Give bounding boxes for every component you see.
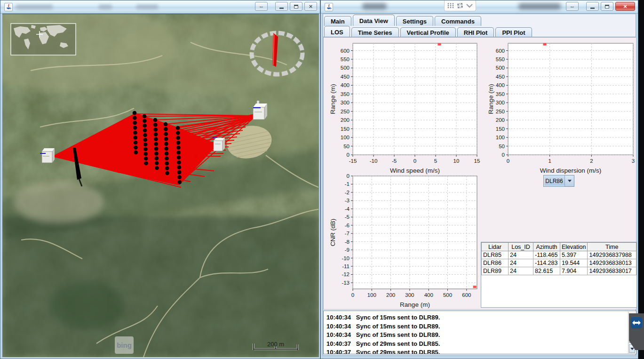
svg-text:600: 600 xyxy=(341,48,350,54)
close-button[interactable]: × xyxy=(615,2,635,11)
tab-settings[interactable]: Settings xyxy=(396,16,433,26)
svg-text:0: 0 xyxy=(502,152,505,158)
svg-text:-10: -10 xyxy=(370,158,378,164)
dropdown-arrow-button[interactable] xyxy=(564,176,574,186)
dataview-subtab-bar: LOS Time Series Vertical Profile RHI Plo… xyxy=(324,26,533,37)
svg-text:CNR (dB): CNR (dB) xyxy=(329,219,336,247)
svg-text:550: 550 xyxy=(496,56,505,62)
svg-text:100: 100 xyxy=(341,135,350,140)
table-row[interactable]: DLR8524-118.4655.3971492936837988 xyxy=(482,251,636,259)
app-window-titlebar[interactable]: ⇔ × xyxy=(321,0,638,14)
svg-text:0: 0 xyxy=(347,152,350,158)
svg-text:-11: -11 xyxy=(342,263,350,269)
svg-text:450: 450 xyxy=(341,74,350,80)
tab-rhi-plot[interactable]: RHI Plot xyxy=(457,27,494,37)
table-cell: DLR85 xyxy=(482,251,509,259)
svg-text:250: 250 xyxy=(496,109,505,114)
column-header[interactable]: Los_ID xyxy=(509,243,533,251)
svg-text:0: 0 xyxy=(351,292,354,298)
svg-text:-3: -3 xyxy=(345,198,350,203)
tab-time-series[interactable]: Time Series xyxy=(351,27,399,37)
resize-button[interactable]: ⇔ xyxy=(566,2,579,11)
svg-text:1: 1 xyxy=(548,158,551,164)
main-tab-bar: Main Data View Settings Commands xyxy=(324,15,483,26)
window-title-blurred xyxy=(362,3,387,9)
svg-text:2: 2 xyxy=(590,158,593,164)
arrow-down-icon xyxy=(630,348,634,350)
svg-text:-5: -5 xyxy=(392,158,397,164)
table-row[interactable]: DLR8624-114.28319.5441492936838013 xyxy=(482,259,636,267)
svg-text:0: 0 xyxy=(507,158,509,164)
svg-text:50: 50 xyxy=(343,144,350,149)
svg-text:300: 300 xyxy=(496,100,505,105)
close-button[interactable]: × xyxy=(304,2,317,11)
log-line: 10:40:34 Sync of 15ms sent to DLR89. xyxy=(324,322,636,331)
svg-text:-13: -13 xyxy=(342,280,350,286)
table-cell: 82.615 xyxy=(533,267,560,275)
column-header[interactable]: Lidar xyxy=(482,243,509,251)
table-cell: 1492936838017 xyxy=(588,267,636,275)
chevron-down-icon xyxy=(467,4,472,7)
table-cell: 7.904 xyxy=(560,267,588,275)
screen-share-toolbar[interactable] xyxy=(444,0,476,11)
svg-text:-2: -2 xyxy=(345,190,350,195)
tab-data-view[interactable]: Data View xyxy=(353,15,395,26)
resize-button[interactable]: ⇔ xyxy=(255,2,268,11)
svg-text:600: 600 xyxy=(462,292,471,298)
maximize-button[interactable] xyxy=(290,2,302,11)
lidar-status-table[interactable]: LidarLos_IDAzimuthElevationTime DLR8524-… xyxy=(481,242,636,275)
sync-log-panel: 10:40:34 Sync of 15ms sent to DLR89.10:4… xyxy=(323,311,636,354)
los-panel: -15-10-505101505010015020025030035040045… xyxy=(323,37,636,310)
map-window-titlebar[interactable]: ⇔ × xyxy=(0,0,320,14)
column-header[interactable]: Azimuth xyxy=(533,243,560,251)
svg-text:-10: -10 xyxy=(342,255,350,261)
svg-text:250: 250 xyxy=(341,109,350,114)
table-cell: 24 xyxy=(509,251,533,259)
scale-label: 200 m xyxy=(267,341,284,348)
svg-text:300: 300 xyxy=(341,100,350,105)
svg-text:0: 0 xyxy=(413,158,416,164)
satellite-map-view[interactable]: 200 m bing xyxy=(2,14,319,357)
svg-text:150: 150 xyxy=(496,126,505,132)
log-lines: 10:40:34 Sync of 15ms sent to DLR89.10:4… xyxy=(324,311,636,354)
lidar-select-dropdown[interactable]: DLR86 xyxy=(543,175,574,187)
tab-vertical-profile[interactable]: Vertical Profile xyxy=(400,27,456,37)
grid-icon xyxy=(448,3,454,8)
column-header[interactable]: Elevation xyxy=(560,243,588,251)
svg-text:Range (m): Range (m) xyxy=(487,84,494,114)
svg-text:3: 3 xyxy=(632,158,635,164)
wind-dispersion-chart: 0123050100150200250300350400450500550600… xyxy=(486,40,638,177)
table-row[interactable]: DLR892482.6157.9041492936838017 xyxy=(482,267,636,275)
svg-text:-4: -4 xyxy=(345,206,350,212)
minimize-button[interactable] xyxy=(586,2,599,11)
log-line: 10:40:37 Sync of 29ms sent to DLR85. xyxy=(324,348,636,354)
minimize-button[interactable] xyxy=(275,2,288,11)
tab-main[interactable]: Main xyxy=(324,16,351,26)
tab-ppi-plot[interactable]: PPI Plot xyxy=(495,27,532,37)
svg-text:200: 200 xyxy=(496,117,505,123)
tab-los[interactable]: LOS xyxy=(324,26,350,37)
svg-text:400: 400 xyxy=(424,292,433,298)
svg-text:-8: -8 xyxy=(345,239,350,245)
control-app-window: ⇔ × Main Data View Settings Commands LOS… xyxy=(320,0,638,359)
svg-text:5: 5 xyxy=(434,158,437,164)
expand-icon xyxy=(458,3,462,8)
svg-text:-9: -9 xyxy=(345,247,350,253)
table-cell: 19.544 xyxy=(560,259,588,267)
svg-text:600: 600 xyxy=(496,48,505,54)
terrain xyxy=(2,14,319,357)
svg-text:-5: -5 xyxy=(345,214,350,220)
svg-text:550: 550 xyxy=(341,56,350,62)
window-title-blurred xyxy=(136,5,159,9)
world-map-inset[interactable] xyxy=(11,24,76,55)
maximize-button[interactable] xyxy=(601,2,613,11)
svg-text:0: 0 xyxy=(347,173,350,179)
table-cell: 24 xyxy=(509,267,533,275)
chevron-down-icon xyxy=(568,180,572,182)
tab-commands[interactable]: Commands xyxy=(435,16,481,26)
svg-text:Range (m): Range (m) xyxy=(400,301,430,308)
desktop-background-strip xyxy=(638,0,644,359)
lidar-status-table-container: LidarLos_IDAzimuthElevationTime DLR8524-… xyxy=(481,242,637,308)
column-header[interactable]: Time xyxy=(588,243,636,251)
table-header[interactable]: LidarLos_IDAzimuthElevationTime xyxy=(482,243,636,251)
